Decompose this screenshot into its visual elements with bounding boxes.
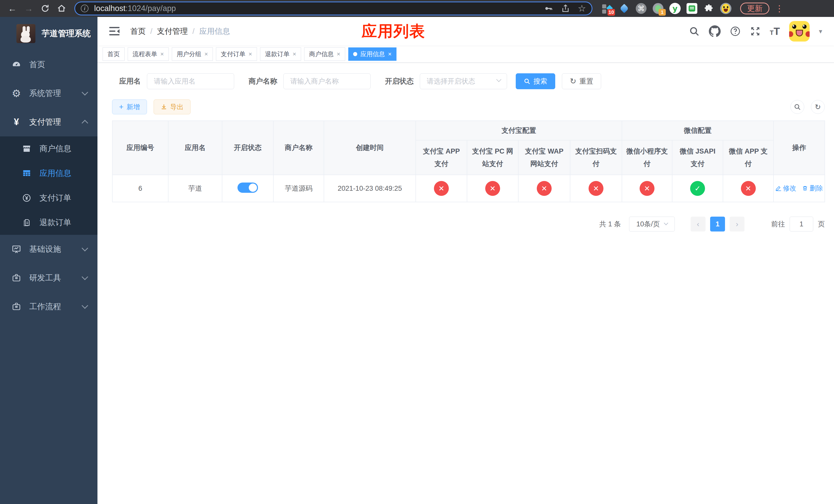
sidebar-item-dev-tools[interactable]: 研发工具 xyxy=(0,264,97,292)
col-header-channel: 微信小程序支付 xyxy=(622,140,672,175)
close-icon[interactable]: × xyxy=(204,50,208,58)
yen-icon: ¥ xyxy=(10,117,23,128)
userscript-extension-icon[interactable]: 10 xyxy=(602,3,613,14)
app-title: 芋道管理系统 xyxy=(42,28,91,39)
sidebar-item-payment[interactable]: ¥ 支付管理 xyxy=(0,108,97,136)
avatar-caret-icon[interactable]: ▾ xyxy=(819,27,822,36)
search-icon[interactable] xyxy=(689,26,700,37)
sidebar: 芋道管理系统 首页 ⚙ 系统管理 ¥ 支付管理 xyxy=(0,17,97,504)
breadcrumb-payment[interactable]: 支付管理 xyxy=(157,26,188,37)
tab-process-form[interactable]: 流程表单× xyxy=(128,47,169,61)
browser-forward-button[interactable]: → xyxy=(22,1,36,16)
app-logo-row[interactable]: 芋道管理系统 xyxy=(0,17,97,50)
search-button[interactable]: 搜索 xyxy=(516,73,555,89)
sidebar-item-label: 研发工具 xyxy=(29,273,83,283)
sidebar-item-label: 商户信息 xyxy=(40,143,87,154)
add-button[interactable]: + 新增 xyxy=(112,99,147,114)
enabled-toggle[interactable] xyxy=(238,183,258,193)
breadcrumb-home[interactable]: 首页 xyxy=(130,26,146,37)
share-icon[interactable] xyxy=(561,4,570,13)
github-icon[interactable] xyxy=(709,25,721,37)
sidebar-item-home[interactable]: 首页 xyxy=(0,50,97,79)
sidebar-item-infrastructure[interactable]: 基础设施 xyxy=(0,235,97,264)
status-x-icon: ✕ xyxy=(589,181,603,196)
emoji-extension-icon[interactable] xyxy=(720,3,731,14)
kite-extension-icon[interactable] xyxy=(619,3,630,14)
page-size-select[interactable]: 10条/页 xyxy=(629,216,675,231)
export-button[interactable]: 导出 xyxy=(154,99,191,114)
chat-extension-icon[interactable] xyxy=(686,3,698,14)
bookmark-star-icon[interactable]: ☆ xyxy=(578,4,586,13)
sidebar-item-system[interactable]: ⚙ 系统管理 xyxy=(0,79,97,108)
refresh-table-button[interactable]: ↻ xyxy=(811,100,825,114)
col-header-channel: 支付宝扫码支付 xyxy=(570,140,622,175)
status-select[interactable]: 请选择开启状态 xyxy=(420,73,507,89)
status-label: 开启状态 xyxy=(385,76,414,86)
y-extension-icon[interactable]: y xyxy=(670,3,681,14)
sidebar-item-refund-orders[interactable]: 退款订单 xyxy=(0,210,97,235)
browser-update-button[interactable]: 更新 xyxy=(740,3,769,14)
browser-back-button[interactable]: ← xyxy=(5,1,20,16)
sidebar-collapse-button[interactable] xyxy=(109,27,119,36)
cell-channel-alipay-app: ✕ xyxy=(416,175,467,202)
app-name-input[interactable] xyxy=(147,73,234,89)
col-header-channel: 支付宝 APP 支付 xyxy=(416,140,467,175)
close-icon[interactable]: × xyxy=(293,50,296,58)
tab-merchant-info[interactable]: 商户信息× xyxy=(304,47,345,61)
sidebar-item-label: 基础设施 xyxy=(29,244,83,255)
site-info-icon[interactable]: i xyxy=(81,5,88,12)
gear-icon: ⚙ xyxy=(10,87,23,99)
next-page-button[interactable]: › xyxy=(730,216,745,231)
tags-view-bar: 首页 流程表单× 用户分组× 支付订单× 退款订单× 商户信息× 应用信息× xyxy=(97,46,834,63)
cell-channel-wechat-lite: ✕ xyxy=(622,175,672,202)
document-icon xyxy=(21,218,33,227)
sidebar-item-merchant-info[interactable]: 商户信息 xyxy=(0,136,97,161)
tab-user-group[interactable]: 用户分组× xyxy=(172,47,213,61)
command-extension-icon[interactable]: ⌘ xyxy=(636,3,647,14)
plus-icon: + xyxy=(119,103,124,111)
browser-home-button[interactable] xyxy=(54,1,69,16)
sidebar-item-app-info[interactable]: 应用信息 xyxy=(0,161,97,186)
close-icon[interactable]: × xyxy=(337,50,340,58)
merchant-name-input[interactable] xyxy=(283,73,371,89)
current-page-button[interactable]: 1 xyxy=(710,216,725,231)
close-icon[interactable]: × xyxy=(388,50,392,58)
close-icon[interactable]: × xyxy=(248,50,252,58)
show-search-button[interactable] xyxy=(790,100,804,114)
proxy-extension-icon[interactable]: 1 xyxy=(653,3,664,14)
browser-reload-button[interactable] xyxy=(38,1,52,16)
cell-operation: 修改 删除 xyxy=(773,175,825,202)
font-size-icon[interactable]: TT xyxy=(770,26,780,37)
prev-page-button[interactable]: ‹ xyxy=(690,216,705,231)
download-icon xyxy=(160,104,167,110)
delete-button[interactable]: 删除 xyxy=(802,184,823,193)
merchant-name-label: 商户名称 xyxy=(248,76,277,86)
sidebar-item-label: 支付订单 xyxy=(40,192,87,203)
breadcrumb-current: 应用信息 xyxy=(199,26,230,37)
status-check-icon: ✓ xyxy=(690,181,705,196)
col-header-app-id: 应用编号 xyxy=(112,121,168,175)
fullscreen-icon[interactable] xyxy=(750,26,761,37)
extensions-puzzle-icon[interactable] xyxy=(703,3,715,14)
user-avatar[interactable] xyxy=(789,21,810,42)
table-toolbar: + 新增 导出 ↻ xyxy=(112,99,825,114)
goto-page-input[interactable] xyxy=(790,216,813,231)
sidebar-item-pay-orders[interactable]: 支付订单 xyxy=(0,186,97,210)
page-content: 应用名 商户名称 开启状态 请选择开启状态 搜索 xyxy=(97,63,834,504)
search-icon xyxy=(524,78,530,85)
tab-home[interactable]: 首页 xyxy=(103,47,125,61)
tab-pay-orders[interactable]: 支付订单× xyxy=(216,47,257,61)
dashboard-icon xyxy=(10,60,23,69)
reset-button[interactable]: ↻ 重置 xyxy=(562,73,601,89)
cell-status xyxy=(222,175,273,202)
browser-menu-icon[interactable]: ⋮ xyxy=(775,6,780,11)
sidebar-item-workflow[interactable]: 工作流程 xyxy=(0,292,97,321)
edit-button[interactable]: 修改 xyxy=(775,184,796,193)
tab-refund-orders[interactable]: 退款订单× xyxy=(260,47,301,61)
address-bar[interactable]: i localhost:1024/pay/app ☆ xyxy=(74,2,592,15)
help-icon[interactable] xyxy=(730,26,741,37)
sidebar-item-label: 退款订单 xyxy=(40,217,87,228)
password-key-icon[interactable] xyxy=(544,4,553,13)
tab-app-info[interactable]: 应用信息× xyxy=(348,47,396,61)
close-icon[interactable]: × xyxy=(160,50,164,58)
